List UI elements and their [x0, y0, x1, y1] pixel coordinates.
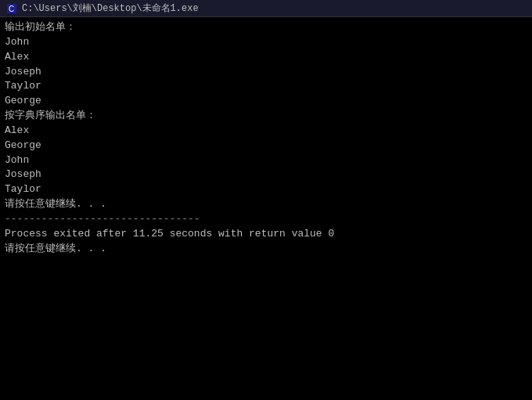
terminal-line: --------------------------------: [5, 212, 527, 227]
title-bar-text: C:\Users\刘楠\Desktop\未命名1.exe: [22, 2, 526, 15]
terminal-line: Joseph: [5, 168, 527, 182]
terminal-line: Joseph: [5, 65, 527, 80]
terminal-line: John: [5, 153, 527, 168]
terminal-line: John: [5, 35, 527, 50]
svg-text:C: C: [9, 5, 14, 13]
terminal-body: 输出初始名单：JohnAlexJosephTaylorGeorge按字典序输出名…: [0, 17, 532, 400]
terminal-line: 请按任意键继续. . .: [5, 242, 527, 257]
terminal-line: 请按任意键继续. . .: [5, 197, 527, 212]
terminal-line: Alex: [5, 50, 527, 65]
terminal-line: 输出初始名单：: [5, 20, 527, 35]
title-bar-icon: C: [6, 3, 17, 14]
terminal-line: Process exited after 11.25 seconds with …: [5, 227, 527, 242]
title-bar: C C:\Users\刘楠\Desktop\未命名1.exe: [0, 0, 532, 17]
terminal-line: Alex: [5, 124, 527, 139]
terminal-line: Taylor: [5, 182, 527, 197]
terminal-line: George: [5, 139, 527, 153]
terminal-line: 按字典序输出名单：: [5, 109, 527, 124]
terminal-line: Taylor: [5, 79, 527, 94]
terminal-line: George: [5, 94, 527, 109]
